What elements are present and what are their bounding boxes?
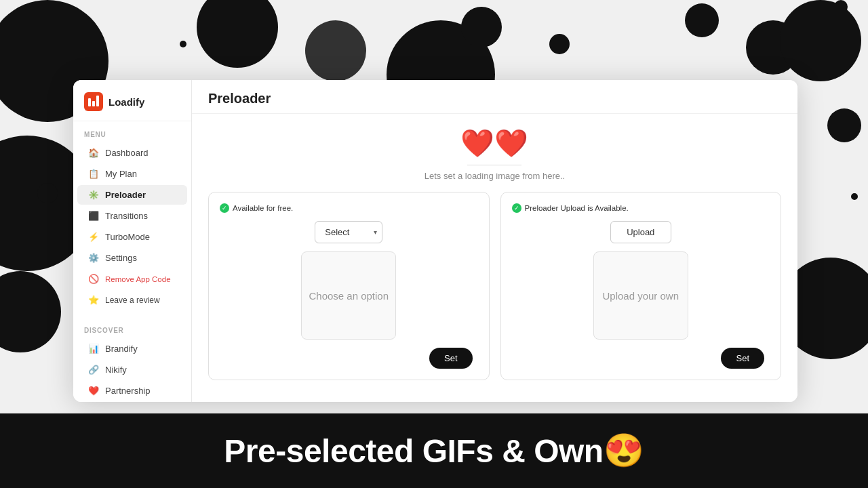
select-wrapper[interactable]: Select ▾ <box>315 221 382 243</box>
sidebar-item-partnership[interactable]: ❤️ Partnership <box>77 381 187 401</box>
svg-rect-2 <box>96 96 99 106</box>
sidebar-item-label: Preloader <box>105 190 146 200</box>
preloader-body: ❤️❤️ Lets set a loading image from here.… <box>192 114 797 402</box>
sidebar-item-label: Dashboard <box>105 148 149 158</box>
sidebar-item-settings[interactable]: ⚙️ Settings <box>77 248 187 268</box>
preloader-select[interactable]: Select <box>315 221 382 243</box>
badge-check-icon-right: ✓ <box>512 203 521 213</box>
right-preview-box: Upload your own <box>593 251 688 340</box>
app-window: Loadify MENU 🏠 Dashboard 📋 My Plan ✳️ Pr… <box>73 80 797 402</box>
sidebar-item-label: My Plan <box>105 169 137 179</box>
upload-button[interactable]: Upload <box>610 221 671 243</box>
preloader-card-right: ✓ Preloader Upload is Available. Upload … <box>500 192 782 380</box>
page-title: Preloader <box>192 80 797 114</box>
left-card-controls: Select ▾ <box>220 221 478 243</box>
left-preview-text: Choose an option <box>302 283 395 308</box>
sidebar-item-nikify[interactable]: 🔗 Nikify <box>77 360 187 380</box>
svg-rect-1 <box>92 101 95 106</box>
left-badge-text: Available for free. <box>233 204 293 212</box>
sidebar-item-label: Nikify <box>105 365 127 375</box>
right-badge-text: Preloader Upload is Available. <box>525 204 629 212</box>
sidebar-item-remove-app-code[interactable]: 🚫 Remove App Code <box>77 269 187 289</box>
logo-text: Loadify <box>108 96 144 108</box>
bottom-bar-text: Pre-selected GIFs & Own <box>224 432 603 470</box>
star-icon: ⭐ <box>88 295 99 305</box>
discover-label: Discover <box>73 324 191 338</box>
settings-icon: ⚙️ <box>88 253 99 263</box>
right-card-controls: Upload <box>512 221 770 243</box>
main-content: Preloader ❤️❤️ Lets set a loading image … <box>192 80 797 402</box>
sidebar-item-brandify[interactable]: 📊 Brandify <box>77 339 187 359</box>
hero-divider <box>467 165 521 165</box>
svg-rect-0 <box>88 98 91 106</box>
sidebar-item-transitions[interactable]: ⬛ Transitions <box>77 206 187 226</box>
nikify-icon: 🔗 <box>88 365 99 375</box>
sidebar-item-leave-review[interactable]: ⭐ Leave a review <box>77 290 187 310</box>
preloader-hero: ❤️❤️ Lets set a loading image from here.… <box>425 127 565 181</box>
right-preview-text: Upload your own <box>595 283 686 308</box>
right-card-badge: ✓ Preloader Upload is Available. <box>512 203 629 213</box>
plan-icon: 📋 <box>88 169 99 179</box>
left-card-badge: ✓ Available for free. <box>220 203 293 213</box>
sidebar-item-turbomode[interactable]: ⚡ TurboMode <box>77 227 187 247</box>
cards-row: ✓ Available for free. Select ▾ Choose an… <box>208 192 781 380</box>
sidebar-item-label: Remove App Code <box>105 275 171 283</box>
menu-label: MENU <box>73 121 191 142</box>
sidebar-item-preloader[interactable]: ✳️ Preloader <box>77 185 187 205</box>
remove-icon: 🚫 <box>88 274 99 284</box>
brandify-icon: 📊 <box>88 344 99 354</box>
partnership-icon: ❤️ <box>88 386 99 396</box>
sidebar-item-label: TurboMode <box>105 232 150 242</box>
preloader-icon: ✳️ <box>88 190 99 200</box>
logo-icon <box>84 92 103 111</box>
sidebar-item-label: Settings <box>105 253 137 263</box>
sidebar-item-label: Partnership <box>105 386 150 396</box>
sidebar-item-label: Leave a review <box>105 296 160 305</box>
sidebar-item-label: Brandify <box>105 344 138 354</box>
sidebar-item-dashboard[interactable]: 🏠 Dashboard <box>77 143 187 163</box>
sidebar-item-myplan[interactable]: 📋 My Plan <box>77 164 187 184</box>
sidebar: Loadify MENU 🏠 Dashboard 📋 My Plan ✳️ Pr… <box>73 80 192 402</box>
preloader-card-left: ✓ Available for free. Select ▾ Choose an… <box>208 192 490 380</box>
right-set-button[interactable]: Set <box>721 348 764 369</box>
hearts-icon: ❤️❤️ <box>460 127 528 159</box>
bottom-bar-emoji: 😍 <box>604 432 644 470</box>
logo: Loadify <box>73 80 191 121</box>
home-icon: 🏠 <box>88 148 99 158</box>
bottom-bar: Pre-selected GIFs & Own 😍 <box>0 413 868 488</box>
left-set-button[interactable]: Set <box>429 348 473 369</box>
transitions-icon: ⬛ <box>88 211 99 221</box>
turbo-icon: ⚡ <box>88 232 99 242</box>
badge-check-icon: ✓ <box>220 203 229 213</box>
sidebar-item-label: Transitions <box>105 211 148 221</box>
hero-subtitle: Lets set a loading image from here.. <box>425 171 565 181</box>
left-preview-box: Choose an option <box>301 251 396 340</box>
